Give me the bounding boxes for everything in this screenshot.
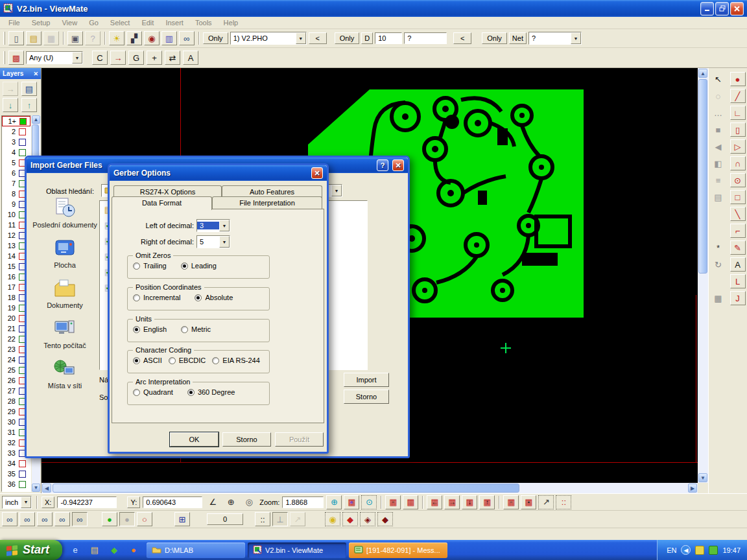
taskbar-task-1[interactable]: D:\MLAB <box>147 542 245 558</box>
storno-button[interactable]: Storno <box>222 432 271 447</box>
layer-row-34[interactable]: 34 <box>2 458 30 469</box>
counter-field[interactable]: 0 <box>207 513 243 525</box>
zoom-window-icon[interactable]: ⊙ <box>361 495 377 509</box>
radio-icon[interactable] <box>133 294 140 301</box>
program-icon[interactable]: ◆ <box>106 543 122 557</box>
board-grid-icon[interactable]: ▦ <box>403 495 418 509</box>
pan-left-icon[interactable]: ▦← <box>427 495 442 509</box>
select-zoom-icon[interactable]: ↗ <box>538 495 554 509</box>
draw-arc-icon[interactable]: ∩ <box>730 156 746 170</box>
select-marks-icon[interactable]: :: <box>556 495 571 509</box>
menu-edit[interactable]: Edit <box>136 18 160 28</box>
draw-j-icon[interactable]: J <box>730 291 746 305</box>
draw-elbow-icon[interactable]: ∟ <box>730 106 746 120</box>
radio-icon[interactable] <box>133 262 140 270</box>
menu-setup[interactable]: Setup <box>26 18 56 28</box>
firefox-icon[interactable]: ● <box>126 543 141 557</box>
prev-net-button[interactable]: < <box>453 32 471 44</box>
film-icon[interactable]: ▞ <box>126 31 142 45</box>
ok-button[interactable]: OK <box>170 432 219 447</box>
radio-ebcdic[interactable]: EBCDIC <box>169 356 206 364</box>
radio-icon[interactable] <box>212 357 219 364</box>
draw-diagonal-icon[interactable]: ╲ <box>730 207 746 221</box>
radio-trailing[interactable]: Trailing <box>133 262 167 270</box>
draw-polygon-icon[interactable]: ▷ <box>730 139 746 154</box>
scrollbar-thumb[interactable] <box>698 79 707 274</box>
radio-icon[interactable] <box>181 262 188 270</box>
layer-color-swatch[interactable] <box>19 149 26 156</box>
close-button[interactable]: ✕ <box>311 167 323 179</box>
view-all-icon[interactable]: ∞ <box>2 512 18 526</box>
draw-pad-icon[interactable]: ● <box>730 72 746 86</box>
tray-messenger-icon[interactable] <box>695 546 704 555</box>
radio-english[interactable]: English <box>133 325 167 333</box>
pad-stack-icon[interactable]: ◌ <box>711 89 726 103</box>
export-icon[interactable]: ▦ <box>711 291 726 305</box>
minimize-button[interactable] <box>700 2 714 16</box>
anchor-icon[interactable]: ⊥ <box>272 512 288 526</box>
place-item-3[interactable]: Dokumenty <box>32 278 97 309</box>
radio-icon[interactable] <box>187 389 195 396</box>
colors-icon[interactable]: ▥ <box>161 31 177 45</box>
net-select-icon[interactable]: ⇄ <box>165 51 180 65</box>
radio-absolute[interactable]: Absolute <box>195 294 233 301</box>
layer-row-1[interactable]: 1+ <box>2 116 30 126</box>
tray-expand-icon[interactable]: ◀ <box>681 545 691 555</box>
text-select-icon[interactable]: A <box>183 51 198 65</box>
close-button[interactable] <box>730 2 744 16</box>
start-button[interactable]: Start <box>0 540 62 560</box>
radio-icon[interactable] <box>195 294 202 301</box>
menu-file[interactable]: File <box>3 18 26 28</box>
selection-mode-icon[interactable]: ▩ <box>8 51 24 65</box>
draw-route-icon[interactable]: ⌐ <box>730 224 746 238</box>
menu-view[interactable]: View <box>56 18 83 28</box>
chevron-down-icon[interactable]: ▼ <box>21 496 31 508</box>
tab-data-format[interactable]: Data Format <box>112 196 212 210</box>
layer-color-swatch[interactable] <box>19 128 26 135</box>
layer-up-icon[interactable]: ↑ <box>21 98 37 112</box>
layer-color-swatch[interactable] <box>19 471 26 478</box>
probe-icon[interactable]: ◎ <box>241 495 257 509</box>
table-icon[interactable]: ⊞ <box>174 512 190 526</box>
menu-help[interactable]: Help <box>218 18 244 28</box>
scroll-down-icon[interactable]: ▼ <box>32 484 40 492</box>
measure-icon[interactable]: ◉ <box>144 31 160 45</box>
angle-icon[interactable]: ∠ <box>205 495 220 509</box>
toolbar-grip[interactable] <box>3 32 5 45</box>
radio-icon[interactable] <box>169 357 176 364</box>
menu-tools[interactable]: Tools <box>189 18 218 28</box>
only-layer-button[interactable]: Only <box>203 32 228 44</box>
close-button[interactable]: ✕ <box>392 159 404 171</box>
horizontal-scrollbar[interactable]: ◀ ▶ <box>42 483 698 493</box>
view-selected-icon[interactable]: ∞ <box>72 512 88 526</box>
scrollbar-thumb[interactable] <box>53 484 519 493</box>
new-icon[interactable]: ▯ <box>8 31 24 45</box>
chevron-down-icon[interactable]: ▼ <box>331 185 342 196</box>
pan-right-icon[interactable]: ▦→ <box>444 495 460 509</box>
rotate-icon[interactable]: ↻ <box>711 257 726 272</box>
chevron-down-icon[interactable]: ▼ <box>72 52 82 64</box>
diamond-dark-icon[interactable]: ◈ <box>360 512 375 526</box>
only-net-button[interactable]: Only <box>482 32 507 44</box>
lamp-on-icon[interactable]: ● <box>102 512 117 526</box>
layer-color-swatch[interactable] <box>19 118 27 125</box>
sparkle-icon[interactable]: ◉ <box>325 512 340 526</box>
clock[interactable]: 19:47 <box>722 546 741 554</box>
mirror-icon[interactable]: ◀ <box>711 139 726 154</box>
diamond-squares-icon[interactable]: ◆ <box>377 512 393 526</box>
radio-icon[interactable] <box>133 389 140 396</box>
dcode-value-field[interactable]: 10 <box>375 32 402 44</box>
place-item-2[interactable]: Plocha <box>32 238 97 269</box>
radio-quadrant[interactable]: Quadrant <box>133 388 173 396</box>
print-icon[interactable]: ▣ <box>67 31 83 45</box>
view-lines-icon[interactable]: ∞ <box>19 512 35 526</box>
toolbar-grip[interactable] <box>3 51 5 64</box>
place-item-4[interactable]: Tento počítač <box>32 318 97 349</box>
menu-insert[interactable]: Insert <box>160 18 189 28</box>
lamp-off-icon[interactable]: ● <box>119 512 135 526</box>
draw-pencil-icon[interactable]: ✎ <box>730 240 746 255</box>
radio-metric[interactable]: Metric <box>181 325 211 333</box>
stack-icon[interactable]: ≡ <box>711 173 726 187</box>
view-draw-icon[interactable]: ∞ <box>54 512 70 526</box>
sheet-icon[interactable]: ▤ <box>711 190 726 204</box>
